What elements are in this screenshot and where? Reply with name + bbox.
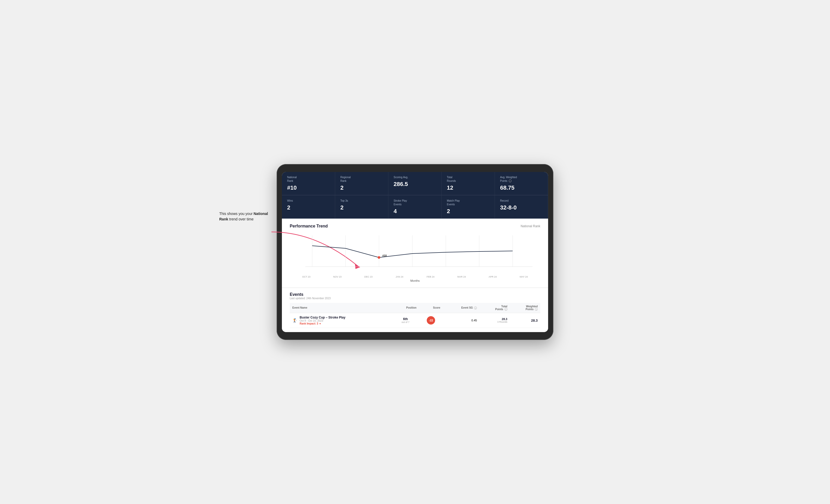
stat-national-rank: NationalRank #10 bbox=[282, 172, 335, 195]
event-date: Oct 9 - Oct 10, 2023 bbox=[300, 319, 345, 322]
score-badge: -22 bbox=[427, 316, 435, 325]
chart-x-labels: OCT 23 NOV 23 DEC 23 JAN 24 FEB 24 MAR 2… bbox=[290, 275, 540, 278]
rank-impact: Rank Impact: 3 ▼ bbox=[300, 322, 345, 325]
stats-header: NationalRank #10 RegionalRank 2 Scoring … bbox=[282, 172, 548, 195]
event-icon: 🏌 bbox=[292, 318, 297, 323]
performance-trend-section: Performance Trend National Rank bbox=[282, 219, 548, 288]
trend-header: Performance Trend National Rank bbox=[290, 224, 540, 229]
annotation-text: This shows you your National Rank trend … bbox=[219, 211, 274, 222]
event-name-info: Buster Cozy Cup – Stroke Play Oct 9 - Oc… bbox=[300, 316, 345, 325]
stat-record: Record 32-8-0 bbox=[495, 195, 548, 219]
stat-stroke-play-events: Stroke PlayEvents 4 bbox=[388, 195, 442, 219]
svg-text:#10: #10 bbox=[382, 254, 387, 257]
events-last-updated: Last updated: 24th November 2023 bbox=[290, 297, 540, 300]
performance-chart: #10 bbox=[290, 233, 540, 274]
events-title: Events bbox=[290, 292, 540, 297]
events-table-header-row: Event Name Position Score Event SG i Tot… bbox=[290, 303, 540, 313]
event-score: -22 bbox=[419, 313, 443, 328]
col-total-points: TotalPoints i bbox=[479, 303, 510, 313]
event-name-content: 🏌 Buster Cozy Cup – Stroke Play Oct 9 - … bbox=[292, 316, 389, 325]
table-row: 🏌 Buster Cozy Cup – Stroke Play Oct 9 - … bbox=[290, 313, 540, 328]
tablet-screen: NationalRank #10 RegionalRank 2 Scoring … bbox=[282, 172, 548, 332]
chart-x-axis-title: Months bbox=[290, 279, 540, 282]
col-score: Score bbox=[419, 303, 443, 313]
stat-scoring-avg: Scoring Avg. 286.5 bbox=[388, 172, 442, 195]
col-event-sg: Event SG i bbox=[443, 303, 480, 313]
page-wrapper: This shows you your National Rank trend … bbox=[277, 164, 553, 340]
events-table: Event Name Position Score Event SG i Tot… bbox=[290, 303, 540, 328]
col-weighted-points: WeightedPoints i bbox=[510, 303, 540, 313]
stat-regional-rank: RegionalRank 2 bbox=[335, 172, 388, 195]
events-section: Events Last updated: 24th November 2023 … bbox=[282, 288, 548, 332]
events-table-body: 🏌 Buster Cozy Cup – Stroke Play Oct 9 - … bbox=[290, 313, 540, 328]
chart-current-point bbox=[378, 256, 380, 259]
event-name-cell: 🏌 Buster Cozy Cup – Stroke Play Oct 9 - … bbox=[290, 313, 392, 328]
stats-row2: Wins 2 Top 3s 2 Stroke PlayEvents 4 Matc… bbox=[282, 195, 548, 219]
stat-avg-weighted-points: Avg. WeightedPoints i 68.75 bbox=[495, 172, 548, 195]
chart-svg: #10 bbox=[290, 233, 540, 274]
event-sg: 0.45 bbox=[443, 313, 480, 328]
event-weighted-points: 28.3 bbox=[510, 313, 540, 328]
stat-top3s: Top 3s 2 bbox=[335, 195, 388, 219]
tablet-frame: NationalRank #10 RegionalRank 2 Scoring … bbox=[277, 164, 553, 340]
event-total-points: 28.3 3 Rounds bbox=[479, 313, 510, 328]
event-position: 6th out of 7 bbox=[392, 313, 419, 328]
trend-title: Performance Trend bbox=[290, 224, 328, 229]
stat-total-rounds: TotalRounds 12 bbox=[442, 172, 495, 195]
stat-match-play-events: Match PlayEvents 2 bbox=[442, 195, 495, 219]
events-table-header: Event Name Position Score Event SG i Tot… bbox=[290, 303, 540, 313]
trend-subtitle: National Rank bbox=[521, 224, 540, 228]
col-event-name: Event Name bbox=[290, 303, 392, 313]
stat-wins: Wins 2 bbox=[282, 195, 335, 219]
event-name-main: Buster Cozy Cup – Stroke Play bbox=[300, 316, 345, 319]
col-position: Position bbox=[392, 303, 419, 313]
